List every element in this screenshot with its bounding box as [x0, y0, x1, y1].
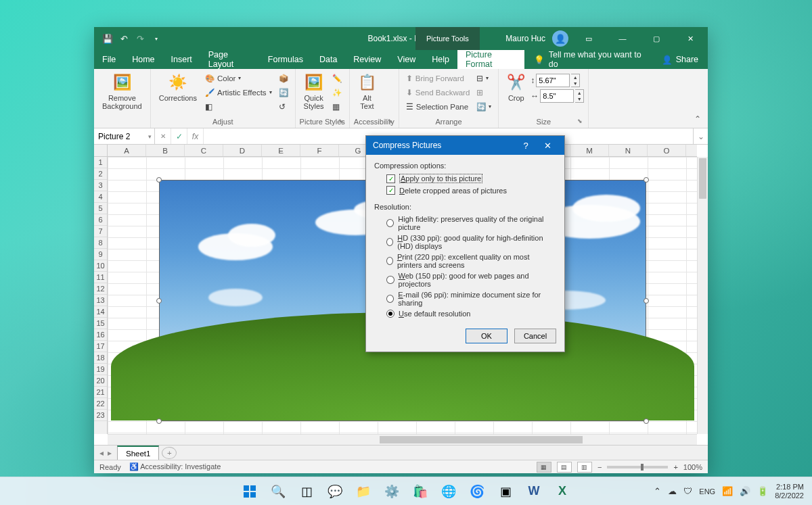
row-header[interactable]: 9	[94, 249, 107, 260]
share-button[interactable]: 👤 Share	[652, 50, 708, 69]
row-header[interactable]: 5	[94, 203, 107, 214]
selection-pane-button[interactable]: ☰Selection Pane	[403, 99, 473, 114]
col-header[interactable]: E	[262, 145, 300, 156]
col-header[interactable]: A	[108, 145, 146, 156]
tab-formulas[interactable]: Formulas	[260, 50, 311, 69]
zoom-out-icon[interactable]: −	[597, 463, 602, 471]
dialog-help-icon[interactable]: ?	[516, 136, 536, 155]
row-header[interactable]: 2	[94, 168, 107, 180]
row-header[interactable]: 10	[94, 260, 107, 272]
col-header[interactable]: O	[648, 145, 686, 156]
resize-handle[interactable]	[156, 418, 162, 424]
fx-cancel-icon[interactable]: ✕	[155, 128, 171, 144]
task-view-icon[interactable]: ◫	[294, 479, 319, 504]
security-icon[interactable]: 🛡	[683, 486, 692, 496]
resize-handle[interactable]	[644, 177, 649, 183]
alt-text-button[interactable]: 📋 Alt Text	[354, 71, 380, 112]
color-button[interactable]: 🎨Color▾	[202, 71, 275, 85]
clock[interactable]: 2:18 PM 8/2/2022	[775, 483, 804, 500]
bring-forward-button[interactable]: ⬆Bring Forward	[403, 71, 473, 85]
wifi-icon[interactable]: 📶	[722, 486, 733, 496]
close-icon[interactable]: ✕	[677, 30, 704, 47]
row-header[interactable]: 18	[94, 352, 107, 364]
width-input[interactable]	[540, 89, 574, 103]
row-header[interactable]: 11	[94, 272, 107, 283]
print-radio[interactable]: Print (220 ppi): excellent quality on mo…	[374, 251, 556, 270]
row-header[interactable]: 14	[94, 306, 107, 318]
width-down-icon[interactable]: ▼	[575, 96, 583, 102]
height-input[interactable]	[536, 74, 570, 87]
fx-icon[interactable]: fx	[187, 128, 204, 144]
picture-effects-button[interactable]: ✨	[330, 85, 344, 99]
row-header[interactable]: 20	[94, 375, 107, 387]
col-header[interactable]: B	[146, 145, 185, 156]
row-header[interactable]: 13	[94, 295, 107, 306]
height-up-icon[interactable]: ▲	[571, 74, 579, 80]
row-header[interactable]: 7	[94, 226, 107, 237]
vertical-scrollbar[interactable]	[697, 157, 708, 434]
delete-cropped-checkbox[interactable]: ✓ Delete cropped areas of pictures	[374, 185, 556, 196]
corrections-button[interactable]: ☀️ Corrections	[155, 71, 201, 103]
col-header[interactable]: F	[300, 145, 339, 156]
tab-help[interactable]: Help	[424, 50, 457, 69]
edge-icon[interactable]: 🌀	[464, 479, 490, 504]
tab-picture-format[interactable]: Picture Format	[457, 50, 524, 69]
sheet-tab-sheet1[interactable]: Sheet1	[117, 446, 159, 460]
resize-handle[interactable]	[644, 418, 649, 424]
page-break-view-icon[interactable]: ▥	[577, 462, 592, 473]
save-icon[interactable]: 💾	[101, 32, 114, 45]
minimize-icon[interactable]: —	[609, 30, 636, 47]
resize-handle[interactable]	[156, 177, 162, 183]
tab-home[interactable]: Home	[124, 50, 162, 69]
ok-button[interactable]: OK	[466, 329, 508, 343]
row-header[interactable]: 15	[94, 318, 107, 329]
col-header[interactable]: C	[185, 145, 223, 156]
explorer-icon[interactable]: 📁	[351, 479, 376, 504]
sheet-next-icon[interactable]: ▸	[108, 448, 112, 458]
web-radio[interactable]: Web (150 ppi): good for web pages and pr…	[374, 270, 556, 289]
change-picture-button[interactable]: 🔄	[276, 85, 291, 99]
row-header[interactable]: 3	[94, 180, 107, 191]
start-icon[interactable]	[237, 479, 263, 504]
onedrive-icon[interactable]: ☁	[668, 486, 677, 496]
remove-background-button[interactable]: 🖼️ Remove Background	[98, 71, 146, 112]
row-header[interactable]: 21	[94, 387, 107, 398]
maximize-icon[interactable]: ▢	[643, 30, 670, 47]
ribbon-display-icon[interactable]: ▭	[575, 30, 602, 47]
dialog-titlebar[interactable]: Compress Pictures ? ✕	[366, 136, 564, 155]
default-resolution-radio[interactable]: Use default resolution	[374, 308, 556, 319]
horizontal-scrollbar[interactable]	[108, 434, 697, 445]
language-indicator[interactable]: ENG	[699, 487, 715, 496]
group-button[interactable]: ⊞	[474, 85, 494, 99]
volume-icon[interactable]: 🔊	[740, 486, 750, 496]
tab-view[interactable]: View	[389, 50, 424, 69]
artistic-effects-button[interactable]: 🖌️Artistic Effects▾	[202, 85, 275, 99]
select-all-button[interactable]	[94, 145, 108, 157]
quick-styles-button[interactable]: 🖼️ Quick Styles	[300, 71, 328, 112]
rotate-button[interactable]: 🔄▾	[474, 99, 494, 114]
tab-insert[interactable]: Insert	[163, 50, 200, 69]
redo-icon[interactable]: ↷	[133, 32, 147, 45]
align-button[interactable]: ⊟▾	[474, 71, 494, 85]
hd-radio[interactable]: HD (330 ppi): good quality for high-defi…	[374, 233, 556, 251]
row-header[interactable]: 22	[94, 398, 107, 410]
zoom-slider[interactable]	[607, 466, 668, 468]
row-header[interactable]: 16	[94, 329, 107, 341]
fx-enter-icon[interactable]: ✓	[171, 128, 187, 144]
search-icon[interactable]: 🔍	[265, 479, 291, 504]
row-header[interactable]: 8	[94, 237, 107, 249]
undo-icon[interactable]: ↶	[117, 32, 131, 45]
height-down-icon[interactable]: ▼	[571, 80, 579, 87]
row-header[interactable]: 19	[94, 364, 107, 375]
page-layout-view-icon[interactable]: ▤	[557, 462, 572, 473]
send-backward-button[interactable]: ⬇Send Backward	[403, 85, 473, 99]
resize-handle[interactable]	[156, 298, 162, 304]
tray-overflow-icon[interactable]: ⌃	[654, 486, 661, 496]
compress-pictures-button[interactable]: 📦	[276, 71, 291, 85]
col-header[interactable]: N	[609, 145, 648, 156]
excel-icon[interactable]: X	[549, 479, 575, 504]
picture-border-button[interactable]: ✏️	[330, 71, 344, 85]
reset-picture-button[interactable]: ↺	[276, 99, 291, 114]
email-radio[interactable]: E-mail (96 ppi): minimize document size …	[374, 289, 556, 308]
zoom-level[interactable]: 100%	[683, 463, 702, 471]
